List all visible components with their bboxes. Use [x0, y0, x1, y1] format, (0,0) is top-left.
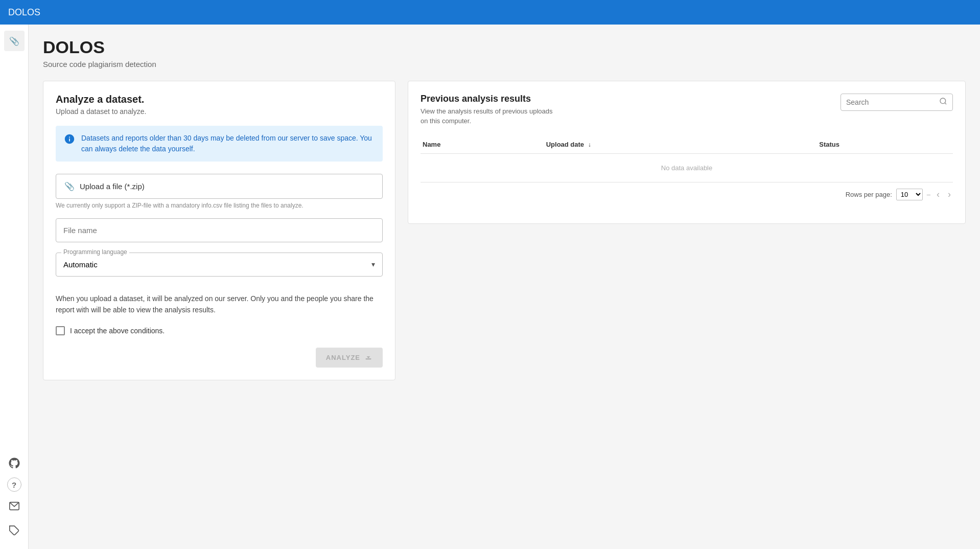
page-subtitle: Source code plagiarism detection [43, 60, 966, 68]
empty-cell: No data available [421, 153, 953, 182]
upload-icon: 📎 [64, 181, 75, 191]
pagination-row: Rows per page: 5 10 25 100 – ‹ › [421, 182, 953, 200]
search-input[interactable] [846, 98, 939, 106]
page-range: – [927, 191, 930, 198]
upload-file-button[interactable]: 📎 Upload a file (*.zip) [56, 174, 383, 199]
language-select-wrapper: Programming language Automatic Python Ja… [56, 253, 383, 277]
paperclip-icon[interactable]: 📎 [4, 31, 25, 51]
rows-per-page-label: Rows per page: [846, 191, 892, 198]
upload-btn-label: Upload a file (*.zip) [80, 182, 145, 191]
rows-per-page-select[interactable]: 5 10 25 100 [896, 189, 923, 200]
page-title: DOLOS [43, 37, 966, 58]
analyze-btn-label: ANALYZE [326, 354, 360, 361]
next-page-button[interactable]: › [946, 189, 953, 200]
sort-desc-icon: ↓ [588, 141, 591, 148]
page-heading: DOLOS Source code plagiarism detection [43, 37, 966, 68]
results-title: Previous analysis results [421, 94, 553, 104]
github-icon[interactable] [4, 453, 25, 473]
analyze-panel-subtitle: Upload a dataset to analyze. [56, 107, 383, 116]
accept-conditions-row: I accept the above conditions. [56, 326, 383, 335]
results-table: Name Upload date ↓ Status [421, 136, 953, 182]
col-upload-date[interactable]: Upload date ↓ [544, 136, 818, 154]
upload-hint: We currently only support a ZIP-file wit… [56, 202, 383, 209]
svg-line-3 [945, 103, 946, 104]
accept-checkbox[interactable] [56, 326, 65, 335]
results-header-text: Previous analysis results View the analy… [421, 94, 553, 126]
table-body: No data available [421, 153, 953, 182]
language-label: Programming language [61, 248, 129, 256]
info-box: Datasets and reports older than 30 days … [56, 126, 383, 162]
file-name-wrapper [56, 218, 383, 242]
help-icon[interactable]: ? [7, 477, 21, 492]
accept-label: I accept the above conditions. [70, 327, 165, 335]
results-header: Previous analysis results View the analy… [421, 94, 953, 126]
language-select[interactable]: Automatic Python JavaScript Java C++ [56, 253, 382, 276]
results-panel: Previous analysis results View the analy… [408, 81, 966, 224]
prev-page-button[interactable]: ‹ [935, 189, 942, 200]
svg-point-2 [940, 98, 946, 104]
analyze-export-icon [364, 353, 372, 362]
col-status: Status [817, 136, 953, 154]
search-icon [939, 97, 947, 107]
topbar-title: DOLOS [8, 7, 40, 18]
email-icon[interactable] [4, 496, 25, 516]
sidebar: 📎 ? [0, 25, 29, 549]
main-content: DOLOS Source code plagiarism detection A… [29, 25, 980, 549]
analyze-panel: Analyze a dataset. Upload a dataset to a… [43, 81, 395, 380]
info-text: Datasets and reports older than 30 days … [81, 133, 375, 154]
tag-icon[interactable] [4, 520, 25, 541]
results-subtitle: View the analysis results of previous up… [421, 106, 553, 126]
analyze-panel-title: Analyze a dataset. [56, 94, 383, 105]
table-header: Name Upload date ↓ Status [421, 136, 953, 154]
topbar: DOLOS [0, 0, 980, 25]
conditions-text: When you upload a dataset, it will be an… [56, 293, 383, 316]
empty-row: No data available [421, 153, 953, 182]
search-box [841, 94, 953, 111]
file-name-input[interactable] [56, 218, 383, 242]
analyze-button[interactable]: ANALYZE [316, 348, 383, 368]
col-name: Name [421, 136, 544, 154]
info-icon [64, 133, 75, 147]
